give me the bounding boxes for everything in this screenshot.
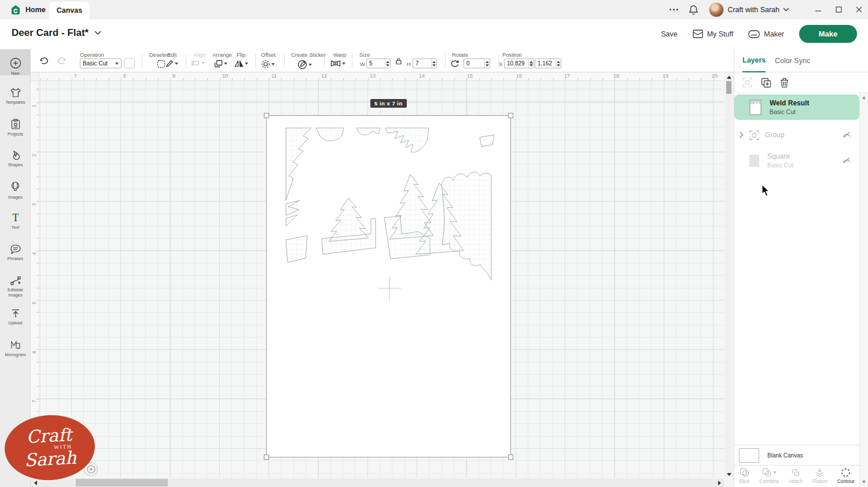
height-label: H xyxy=(407,61,411,67)
my-stuff-button[interactable]: My Stuff xyxy=(693,30,734,38)
expand-chevron-icon[interactable] xyxy=(739,131,744,138)
layer-row-group[interactable]: Group xyxy=(734,125,859,145)
height-input[interactable]: 7 xyxy=(413,58,437,68)
notifications-bell-icon[interactable] xyxy=(689,5,698,15)
sidebar-item-images[interactable]: Images xyxy=(0,178,31,200)
edit-button[interactable] xyxy=(165,60,178,68)
scroll-right-arrow[interactable] xyxy=(718,481,721,485)
maker-machine-button[interactable]: Maker xyxy=(748,30,784,38)
contour-button[interactable]: Contour xyxy=(837,468,855,487)
warp-label: Warp xyxy=(333,52,346,58)
y-position-input[interactable]: 1.162 xyxy=(535,58,561,68)
visibility-hidden-icon[interactable] xyxy=(842,156,851,164)
sidebar-item-new[interactable]: New xyxy=(0,54,31,76)
canvas-grid[interactable]: 5 in x 7 in xyxy=(39,81,724,478)
blank-canvas-row[interactable]: Blank Canvas xyxy=(734,445,859,465)
square-layer-thumbnail xyxy=(749,155,759,167)
sidebar-item-text[interactable]: T Text xyxy=(0,209,31,230)
create-sticker-button[interactable] xyxy=(297,60,312,69)
close-button[interactable] xyxy=(856,6,862,13)
sidebar-item-shapes[interactable]: Shapes xyxy=(0,147,31,167)
layer-actions-bar: Slice Combine Attach Flatten Contour xyxy=(734,465,859,487)
undo-button[interactable] xyxy=(39,57,50,65)
y-stepper[interactable] xyxy=(556,59,561,68)
speech-bubble-icon xyxy=(10,244,21,254)
canvas-horizontal-scrollbar[interactable] xyxy=(31,478,724,487)
canvas-vertical-scrollbar[interactable] xyxy=(725,74,733,478)
warp-button[interactable] xyxy=(330,60,345,67)
align-button xyxy=(192,60,205,67)
scroll-up-arrow[interactable] xyxy=(727,76,731,79)
flip-button[interactable] xyxy=(234,60,248,68)
layers-scroll-down-arrow[interactable] xyxy=(862,481,866,484)
selection-handle-bottom-right[interactable] xyxy=(508,455,513,460)
projects-icon xyxy=(11,119,20,130)
sidebar-item-phrases[interactable]: Phrases xyxy=(0,240,31,261)
account-name: Craft with Sarah xyxy=(727,6,779,14)
create-sticker-label: Create Sticker xyxy=(291,52,326,58)
sidebar-item-templates[interactable]: Templates xyxy=(0,84,31,105)
tab-layers[interactable]: Layers xyxy=(742,49,766,72)
center-crosshair xyxy=(378,277,401,300)
sidebar-item-projects[interactable]: Projects xyxy=(0,115,31,137)
delete-layer-icon[interactable] xyxy=(780,78,789,87)
width-stepper[interactable] xyxy=(385,59,390,68)
project-title-menu[interactable]: Deer Card - Flat* xyxy=(12,27,101,39)
selection-handle-top-right[interactable] xyxy=(508,113,513,118)
card-artboard[interactable] xyxy=(266,115,511,457)
width-input[interactable]: 5 xyxy=(366,58,391,68)
editable-images-icon xyxy=(10,275,21,285)
edit-label: Edit xyxy=(167,52,176,58)
horizontal-scroll-thumb[interactable] xyxy=(76,479,168,486)
weld-result-design[interactable] xyxy=(267,116,512,458)
more-options-icon[interactable] xyxy=(670,9,678,10)
operation-label: Operation xyxy=(80,52,104,58)
tshirt-icon xyxy=(10,87,21,98)
vertical-scroll-thumb[interactable] xyxy=(726,81,731,94)
layer-row-weld-result[interactable]: Weld Result Basic Cut xyxy=(734,94,859,120)
group-layers-icon xyxy=(742,78,752,87)
make-button[interactable]: Make xyxy=(799,25,857,43)
tab-canvas[interactable]: Canvas xyxy=(49,2,90,19)
offset-button[interactable] xyxy=(261,60,275,69)
home-tab[interactable]: Home xyxy=(10,0,46,19)
contour-icon xyxy=(841,468,851,477)
layers-scroll-up-arrow[interactable] xyxy=(862,96,866,99)
layer-row-square[interactable]: Square Basic Cut xyxy=(734,149,859,172)
attach-button: Attach xyxy=(789,468,803,487)
balloon-icon xyxy=(11,181,20,193)
edit-toolbar: Operation Basic Cut Deselect Edit Align … xyxy=(31,49,734,72)
save-button[interactable]: Save xyxy=(661,30,678,38)
selection-handle-bottom-left[interactable] xyxy=(264,455,269,460)
operation-select[interactable]: Basic Cut xyxy=(80,58,122,68)
color-swatch[interactable] xyxy=(124,58,135,68)
new-plus-icon xyxy=(10,57,21,69)
scroll-left-arrow[interactable] xyxy=(34,481,37,485)
minimize-button[interactable] xyxy=(815,6,822,13)
duplicate-layer-icon[interactable] xyxy=(761,78,771,88)
rotate-input[interactable]: 0 xyxy=(464,58,490,68)
selection-handle-top-left[interactable] xyxy=(264,113,269,118)
size-lock-icon[interactable] xyxy=(395,57,402,65)
redo-button[interactable] xyxy=(56,57,67,65)
sidebar-item-upload[interactable]: Upload xyxy=(0,305,31,325)
visibility-hidden-icon[interactable] xyxy=(842,131,851,139)
tab-color-sync[interactable]: Color Sync xyxy=(775,49,810,72)
scroll-down-arrow[interactable] xyxy=(727,473,731,476)
rotate-stepper[interactable] xyxy=(484,59,490,68)
arrange-button[interactable] xyxy=(214,60,227,68)
layers-scrollbar[interactable] xyxy=(859,93,868,487)
canvas-area[interactable]: 7 8 9 10 11 12 13 14 15 16 17 18 19 20 1… xyxy=(31,72,734,487)
combine-icon xyxy=(762,468,772,477)
titlebar: Home Canvas Craft with Sarah xyxy=(0,0,868,19)
maximize-button[interactable] xyxy=(836,6,842,13)
rotate-icon[interactable] xyxy=(451,60,459,68)
flatten-button: Flatten xyxy=(812,468,827,487)
sidebar-item-monogram[interactable]: Monogram xyxy=(0,336,31,357)
height-stepper[interactable] xyxy=(431,59,436,68)
account-menu[interactable]: Craft with Sarah xyxy=(709,2,789,17)
text-icon: T xyxy=(10,213,21,223)
sidebar-item-editable-images[interactable]: Editable Images xyxy=(0,272,31,298)
deselect-button[interactable] xyxy=(157,60,165,68)
offset-label: Offset xyxy=(261,52,275,58)
